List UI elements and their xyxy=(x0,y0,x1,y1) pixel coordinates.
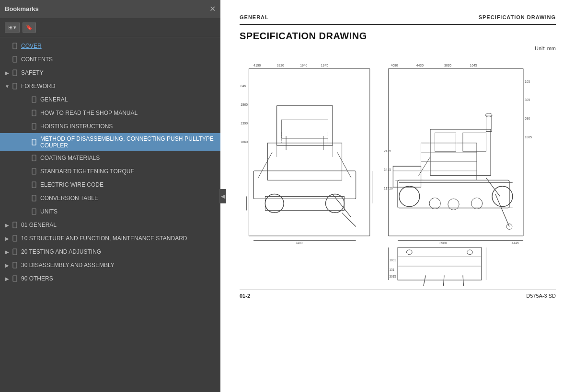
page-number: 01-2 xyxy=(240,293,250,299)
bookmark-item-electric-wire[interactable]: ELECTRIC WIRE CODE xyxy=(0,178,220,191)
svg-rect-31 xyxy=(267,143,342,180)
bookmarks-list: COVER CONTENTS ▶ SAFETY ▼ FOREWORD xyxy=(0,37,220,392)
svg-rect-1 xyxy=(13,56,17,62)
svg-text:1660: 1660 xyxy=(241,140,248,144)
svg-text:1390: 1390 xyxy=(241,122,248,125)
svg-text:4190: 4190 xyxy=(253,64,261,67)
30-disassembly-expand-arrow[interactable]: ▶ xyxy=(4,262,11,269)
svg-rect-8 xyxy=(32,155,36,161)
bookmark-item-how-to-read[interactable]: HOW TO READ THE SHOP MANUAL xyxy=(0,106,220,120)
svg-point-106 xyxy=(406,250,412,255)
expand-placeholder xyxy=(23,110,30,116)
bookmark-item-contents[interactable]: CONTENTS xyxy=(0,53,220,66)
svg-text:4430: 4430 xyxy=(416,64,424,67)
bookmark-page-icon xyxy=(12,275,18,282)
bookmark-item-safety[interactable]: ▶ SAFETY xyxy=(0,66,220,79)
bookmark-item-conversion[interactable]: CONVERSION TABLE xyxy=(0,191,220,205)
document-content: GENERAL SPECIFICATION DRAWING SPECIFICAT… xyxy=(220,0,575,392)
foreword-expand-arrow[interactable]: ▼ xyxy=(4,83,11,90)
expand-placeholder xyxy=(23,195,30,202)
bookmark-item-units[interactable]: UNITS xyxy=(0,205,220,218)
20-testing-expand-arrow[interactable]: ▶ xyxy=(4,248,11,255)
10-structure-label: 10 STRUCTURE AND FUNCTION, MAINTENANCE S… xyxy=(21,235,217,242)
90-others-label: 90 OTHERS xyxy=(21,275,217,282)
svg-text:7400: 7400 xyxy=(295,241,302,245)
expand-placeholder xyxy=(23,208,30,215)
coating-label: COATING MATERIALS xyxy=(40,155,217,161)
svg-text:4680: 4680 xyxy=(391,64,398,67)
safety-label: SAFETY xyxy=(21,69,217,76)
bookmark-page-icon xyxy=(31,109,37,117)
bookmark-item-foreword[interactable]: ▼ FOREWORD xyxy=(0,79,220,93)
svg-rect-16 xyxy=(13,262,17,268)
bookmark-item-general[interactable]: GENERAL xyxy=(0,93,220,106)
01-general-label: 01 GENERAL xyxy=(21,222,217,228)
svg-text:1805: 1805 xyxy=(525,135,532,139)
expand-grid-icon: ⊞ xyxy=(8,24,12,31)
doc-section-label: GENERAL xyxy=(240,14,269,20)
dropdown-arrow-icon: ▾ xyxy=(13,24,16,31)
bookmark-page-icon xyxy=(12,235,18,242)
svg-text:305: 305 xyxy=(525,98,530,101)
collapse-panel-button[interactable]: ◀ xyxy=(219,189,226,203)
bookmark-item-cover[interactable]: COVER xyxy=(0,39,220,53)
bookmark-button[interactable]: 🔖 xyxy=(23,22,36,33)
svg-text:105: 105 xyxy=(525,80,530,83)
10-structure-expand-arrow[interactable]: ▶ xyxy=(4,235,11,242)
bookmark-page-icon xyxy=(12,248,18,256)
general-sub-label: GENERAL xyxy=(40,96,217,103)
model-number: D575A-3 SD xyxy=(526,293,556,299)
svg-text:3035: 3035 xyxy=(390,275,397,278)
bookmark-item-hoisting[interactable]: HOISTING INSTRUCTIONS xyxy=(0,120,220,133)
bookmark-page-icon xyxy=(31,168,37,175)
bookmark-page-icon xyxy=(12,42,18,50)
expand-placeholder xyxy=(23,168,30,175)
expand-placeholder xyxy=(4,43,11,49)
svg-rect-87 xyxy=(393,166,421,187)
svg-text:3220: 3220 xyxy=(277,64,284,67)
standard-torque-label: STANDARD TIGHTENING TORQUE xyxy=(40,168,217,175)
bookmark-page-icon xyxy=(12,261,18,269)
safety-expand-arrow[interactable]: ▶ xyxy=(4,69,11,76)
bookmark-item-90-others[interactable]: ▶ 90 OTHERS xyxy=(0,272,220,285)
conversion-label: CONVERSION TABLE xyxy=(40,195,217,202)
bookmark-item-10-structure[interactable]: ▶ 10 STRUCTURE AND FUNCTION, MAINTENANCE… xyxy=(0,232,220,245)
bookmark-item-standard-torque[interactable]: STANDARD TIGHTENING TORQUE xyxy=(0,165,220,178)
bookmark-item-30-disassembly[interactable]: ▶ 30 DISASSEMBLY AND ASSEMBLY xyxy=(0,258,220,272)
document-panel: GENERAL SPECIFICATION DRAWING SPECIFICAT… xyxy=(220,0,575,392)
svg-rect-17 xyxy=(13,276,17,281)
svg-rect-13 xyxy=(13,222,17,228)
svg-rect-15 xyxy=(13,249,17,255)
svg-text:11720: 11720 xyxy=(384,187,393,190)
svg-text:3980: 3980 xyxy=(439,241,447,245)
contents-label: CONTENTS xyxy=(21,56,217,63)
bookmarks-header: Bookmarks ✕ xyxy=(0,0,220,18)
bookmark-page-icon xyxy=(12,69,18,77)
svg-line-105 xyxy=(463,275,464,286)
svg-line-103 xyxy=(423,275,426,286)
method-disassembling-label: METHOD OF DISASSEMBLING, CONNECTING PUSH… xyxy=(40,135,217,149)
svg-rect-2 xyxy=(13,70,17,76)
bookmark-item-01-general[interactable]: ▶ 01 GENERAL xyxy=(0,218,220,232)
bookmark-page-icon xyxy=(31,154,37,162)
svg-text:1945: 1945 xyxy=(321,64,328,67)
close-icon[interactable]: ✕ xyxy=(209,4,216,13)
bookmark-item-coating[interactable]: COATING MATERIALS xyxy=(0,151,220,165)
90-others-expand-arrow[interactable]: ▶ xyxy=(4,275,11,282)
expand-all-button[interactable]: ⊞ ▾ xyxy=(5,22,20,33)
bookmark-page-icon xyxy=(31,181,37,189)
30-disassembly-label: 30 DISASSEMBLY AND ASSEMBLY xyxy=(21,262,217,269)
how-to-read-label: HOW TO READ THE SHOP MANUAL xyxy=(40,110,217,116)
document-footer: 01-2 D575A-3 SD xyxy=(240,290,556,299)
expand-placeholder xyxy=(4,56,11,63)
bookmark-item-method-disassembling[interactable]: METHOD OF DISASSEMBLING, CONNECTING PUSH… xyxy=(0,133,220,151)
svg-rect-5 xyxy=(32,110,36,116)
svg-rect-30 xyxy=(253,171,356,199)
01-general-expand-arrow[interactable]: ▶ xyxy=(4,222,11,228)
expand-placeholder xyxy=(23,139,30,146)
spec-drawing-svg: 4190 3220 1940 1945 845 1960 1390 1660 xyxy=(240,56,556,286)
specification-drawing-title: SPECIFICATION DRAWING xyxy=(240,31,556,42)
units-label: UNITS xyxy=(40,208,217,215)
bookmark-item-20-testing[interactable]: ▶ 20 TESTING AND ADJUSTING xyxy=(0,245,220,258)
svg-rect-10 xyxy=(32,182,36,188)
